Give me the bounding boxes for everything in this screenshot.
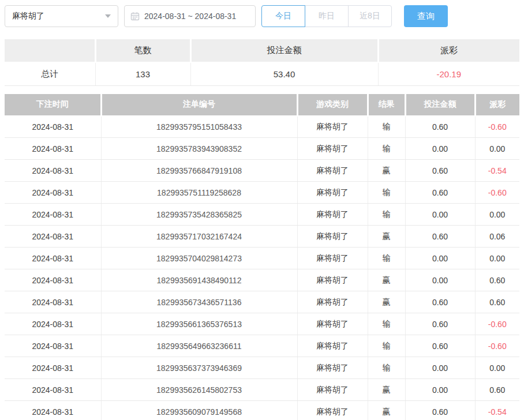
game-type-cell: 麻将胡了 bbox=[297, 379, 368, 401]
bet-amount-cell: 0.60 bbox=[405, 116, 475, 138]
bet-time-cell: 2024-08-31 bbox=[5, 160, 101, 182]
last-8-days-button[interactable]: 近8日 bbox=[348, 5, 392, 27]
table-row: 2024-08-311829935691438490112麻将胡了赢0.000.… bbox=[5, 269, 519, 291]
summary-table: 笔数 投注金额 派彩 总计 133 53.40 -20.19 bbox=[5, 39, 519, 86]
result-cell: 赢 bbox=[368, 226, 405, 247]
page: 麻将胡了 2024-08-31 ~ 2024-08-31 bbox=[0, 0, 524, 420]
game-type-cell: 麻将胡了 bbox=[297, 247, 368, 269]
bet-time-cell: 2024-08-31 bbox=[5, 116, 101, 138]
table-row: 2024-08-311829935766847919108麻将胡了赢0.60-0… bbox=[5, 160, 519, 182]
bet-time-cell: 2024-08-31 bbox=[5, 313, 101, 335]
records-table: 下注时间 注单编号 游戏类别 结果 投注金额 派彩 2024-08-311829… bbox=[5, 94, 519, 420]
calendar-icon bbox=[130, 12, 140, 21]
payout-cell: -0.60 bbox=[475, 116, 519, 138]
records-header-bet-amount: 投注金额 bbox=[405, 94, 475, 116]
table-row: 2024-08-311829935609079149568麻将胡了赢0.60-0… bbox=[5, 401, 519, 420]
game-type-cell: 麻将胡了 bbox=[297, 182, 368, 204]
bet-id-cell: 1829935717032167424 bbox=[101, 226, 297, 247]
summary-total-label: 总计 bbox=[5, 62, 95, 85]
game-select-value: 麻将胡了 bbox=[12, 11, 44, 21]
bet-amount-cell: 0.00 bbox=[405, 379, 475, 401]
bet-time-cell: 2024-08-31 bbox=[5, 335, 101, 357]
bet-amount-cell: 0.00 bbox=[405, 269, 475, 291]
bet-amount-cell: 0.00 bbox=[405, 138, 475, 160]
result-cell: 赢 bbox=[368, 160, 405, 182]
result-cell: 赢 bbox=[368, 379, 405, 401]
query-button[interactable]: 查询 bbox=[404, 5, 448, 27]
payout-cell: 0.00 bbox=[475, 357, 519, 379]
bet-id-cell: 1829935661365376513 bbox=[101, 313, 297, 335]
game-type-cell: 麻将胡了 bbox=[297, 204, 368, 226]
payout-cell: -0.54 bbox=[475, 401, 519, 420]
records-header-result: 结果 bbox=[368, 94, 405, 116]
bet-amount-cell: 0.00 bbox=[405, 357, 475, 379]
table-row: 2024-08-311829935735428365825麻将胡了输0.000.… bbox=[5, 204, 519, 226]
bet-id-cell: 1829935704029814273 bbox=[101, 247, 297, 269]
game-type-cell: 麻将胡了 bbox=[297, 291, 368, 313]
summary-count-value: 133 bbox=[95, 62, 190, 85]
result-cell: 输 bbox=[368, 182, 405, 204]
table-row: 2024-08-311829935717032167424麻将胡了赢0.600.… bbox=[5, 226, 519, 247]
bet-amount-cell: 0.60 bbox=[405, 182, 475, 204]
bet-id-cell: 1829935795151058433 bbox=[101, 116, 297, 138]
payout-cell: 0.00 bbox=[475, 247, 519, 269]
records-header-payout: 派彩 bbox=[475, 94, 519, 116]
chevron-down-icon bbox=[105, 14, 111, 18]
payout-cell: -0.60 bbox=[475, 313, 519, 335]
result-cell: 输 bbox=[368, 313, 405, 335]
bet-id-cell: 1829935751119258628 bbox=[101, 182, 297, 204]
date-range-input[interactable]: 2024-08-31 ~ 2024-08-31 bbox=[124, 5, 256, 27]
bet-time-cell: 2024-08-31 bbox=[5, 182, 101, 204]
result-cell: 输 bbox=[368, 335, 405, 357]
payout-cell: 0.60 bbox=[475, 291, 519, 313]
date-range-value: 2024-08-31 ~ 2024-08-31 bbox=[144, 12, 236, 21]
bet-amount-cell: 0.60 bbox=[405, 401, 475, 420]
records-header-bet-id: 注单编号 bbox=[101, 94, 297, 116]
bet-time-cell: 2024-08-31 bbox=[5, 269, 101, 291]
summary-header-payout: 派彩 bbox=[378, 39, 519, 62]
game-type-cell: 麻将胡了 bbox=[297, 357, 368, 379]
table-row: 2024-08-311829935795151058433麻将胡了输0.60-0… bbox=[5, 116, 519, 138]
bet-amount-cell: 0.60 bbox=[405, 313, 475, 335]
table-row: 2024-08-311829935704029814273麻将胡了输0.000.… bbox=[5, 247, 519, 269]
bet-id-cell: 1829935637373946369 bbox=[101, 357, 297, 379]
game-type-cell: 麻将胡了 bbox=[297, 138, 368, 160]
bet-time-cell: 2024-08-31 bbox=[5, 247, 101, 269]
bet-time-cell: 2024-08-31 bbox=[5, 401, 101, 420]
table-row: 2024-08-311829935751119258628麻将胡了输0.60-0… bbox=[5, 182, 519, 204]
yesterday-button[interactable]: 昨日 bbox=[305, 5, 349, 27]
bet-amount-cell: 0.00 bbox=[405, 247, 475, 269]
result-cell: 输 bbox=[368, 204, 405, 226]
bet-amount-cell: 0.60 bbox=[405, 335, 475, 357]
game-select[interactable]: 麻将胡了 bbox=[5, 5, 118, 27]
payout-cell: 0.06 bbox=[475, 226, 519, 247]
today-button[interactable]: 今日 bbox=[261, 5, 305, 27]
bet-time-cell: 2024-08-31 bbox=[5, 204, 101, 226]
payout-cell: -0.60 bbox=[475, 335, 519, 357]
table-row: 2024-08-311829935783943908352麻将胡了输0.000.… bbox=[5, 138, 519, 160]
result-cell: 赢 bbox=[368, 291, 405, 313]
game-type-cell: 麻将胡了 bbox=[297, 401, 368, 420]
payout-cell: 0.00 bbox=[475, 204, 519, 226]
game-type-cell: 麻将胡了 bbox=[297, 335, 368, 357]
bet-id-cell: 1829935673436571136 bbox=[101, 291, 297, 313]
summary-bet-amount-value: 53.40 bbox=[190, 62, 378, 85]
summary-header-empty bbox=[5, 39, 95, 62]
bet-time-cell: 2024-08-31 bbox=[5, 226, 101, 247]
payout-cell: 0.00 bbox=[475, 138, 519, 160]
payout-cell: -0.60 bbox=[475, 182, 519, 204]
bet-amount-cell: 0.60 bbox=[405, 226, 475, 247]
summary-header-row: 笔数 投注金额 派彩 bbox=[5, 39, 519, 62]
game-type-cell: 麻将胡了 bbox=[297, 226, 368, 247]
result-cell: 输 bbox=[368, 247, 405, 269]
bet-id-cell: 1829935649663236611 bbox=[101, 335, 297, 357]
summary-total-row: 总计 133 53.40 -20.19 bbox=[5, 62, 519, 85]
table-row: 2024-08-311829935673436571136麻将胡了赢0.600.… bbox=[5, 291, 519, 313]
table-row: 2024-08-311829935661365376513麻将胡了输0.60-0… bbox=[5, 313, 519, 335]
table-row: 2024-08-311829935626145802753麻将胡了赢0.000.… bbox=[5, 379, 519, 401]
game-type-cell: 麻将胡了 bbox=[297, 160, 368, 182]
bet-id-cell: 1829935783943908352 bbox=[101, 138, 297, 160]
records-tbody: 2024-08-311829935795151058433麻将胡了输0.60-0… bbox=[5, 116, 519, 420]
summary-payout-value: -20.19 bbox=[378, 62, 519, 85]
bet-id-cell: 1829935609079149568 bbox=[101, 401, 297, 420]
